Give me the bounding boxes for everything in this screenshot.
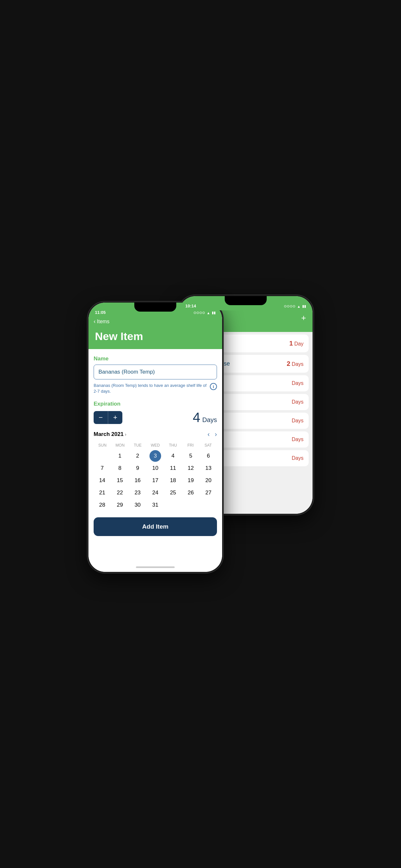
cal-day-16[interactable]: 16: [132, 475, 143, 486]
cal-day-2[interactable]: 2: [132, 450, 143, 462]
add-button-back[interactable]: +: [301, 313, 306, 323]
time-back: 10:14: [185, 304, 196, 308]
item-days: Days: [292, 418, 304, 424]
new-item-header: New Item: [89, 329, 222, 349]
expiration-row: − + 4 Days: [94, 410, 217, 425]
days-display: 4 Days: [193, 410, 217, 425]
cal-day-8[interactable]: 8: [114, 462, 126, 474]
cal-day-15[interactable]: 15: [114, 475, 126, 486]
notch-back: [225, 296, 267, 305]
calendar-header: March 2021 › ‹ ›: [94, 430, 217, 438]
cal-day-31[interactable]: 31: [150, 499, 161, 511]
back-label: Items: [97, 319, 110, 324]
calendar-nav: ‹ ›: [208, 430, 217, 438]
nav-bar: ‹ Items: [89, 317, 222, 329]
weekday-thu: THU: [164, 442, 182, 449]
cal-day-1[interactable]: 1: [114, 450, 126, 462]
calendar-days: 1 2 3 4 5 6 7 8 9 10 11: [94, 450, 217, 511]
cal-day-12[interactable]: 12: [185, 462, 197, 474]
wifi-front-icon: ▲: [207, 311, 210, 315]
month-title: March 2021 ›: [94, 431, 126, 438]
day-stepper: − +: [94, 411, 122, 424]
cal-day-22[interactable]: 22: [114, 487, 126, 499]
cal-day-18[interactable]: 18: [167, 475, 179, 486]
cal-day-10[interactable]: 10: [150, 462, 161, 474]
name-input[interactable]: [94, 365, 217, 379]
item-days: Days: [292, 437, 304, 442]
weekday-tue: TUE: [129, 442, 147, 449]
item-days: Days: [292, 455, 304, 461]
add-item-button[interactable]: Add Item: [94, 517, 217, 536]
hint-text: Bananas (Room Temp) tends to have an ave…: [94, 383, 207, 394]
cal-day-11[interactable]: 11: [167, 462, 179, 474]
cal-day-empty: [167, 499, 179, 511]
cal-day-28[interactable]: 28: [96, 499, 108, 511]
month-label: March 2021: [94, 431, 124, 438]
stepper-minus-button[interactable]: −: [94, 411, 108, 424]
form-area: Name Bananas (Room Temp) tends to have a…: [89, 349, 222, 562]
calendar-grid: SUN MON TUE WED THU FRI SAT: [94, 442, 217, 511]
battery-front-icon: ▮▮: [212, 311, 216, 315]
cal-day-29[interactable]: 29: [114, 499, 126, 511]
calendar-weekdays: SUN MON TUE WED THU FRI SAT: [94, 442, 217, 449]
time-front: 11:05: [95, 310, 105, 315]
cal-day-27[interactable]: 27: [203, 487, 214, 499]
back-chevron-icon: ‹: [94, 318, 96, 325]
cal-day-14[interactable]: 14: [96, 475, 108, 486]
cal-day-20[interactable]: 20: [203, 475, 214, 486]
cal-day-4[interactable]: 4: [167, 450, 179, 462]
cal-day-empty: [203, 499, 214, 511]
prev-month-button[interactable]: ‹: [208, 430, 210, 438]
home-indicator: [89, 562, 222, 572]
shelf-life-hint: Bananas (Room Temp) tends to have an ave…: [94, 383, 217, 394]
cal-day-30[interactable]: 30: [132, 499, 143, 511]
wifi-icon: ⊙⊙⊙⊙: [284, 304, 296, 308]
days-word: Days: [202, 416, 217, 424]
item-days: 2 Days: [287, 360, 304, 368]
signal-dots-icon: ⊙⊙⊙⊙: [193, 311, 205, 315]
cal-day-21[interactable]: 21: [96, 487, 108, 499]
cal-day-24[interactable]: 24: [150, 487, 161, 499]
stepper-plus-button[interactable]: +: [108, 411, 122, 424]
home-bar: [136, 566, 175, 568]
item-days: Days: [292, 380, 304, 386]
item-days: Days: [292, 399, 304, 405]
next-month-button[interactable]: ›: [215, 430, 217, 438]
expiration-label: Expiration: [94, 401, 217, 407]
item-days: 1 Day: [289, 340, 304, 347]
days-count: 4: [193, 410, 200, 425]
back-button[interactable]: ‹ Items: [94, 318, 110, 325]
cal-day-7[interactable]: 7: [96, 462, 108, 474]
wifi-signal-icon: ▲: [297, 305, 301, 308]
weekday-wed: WED: [147, 442, 164, 449]
weekday-fri: FRI: [182, 442, 199, 449]
battery-icon: ▮▮: [302, 304, 306, 308]
cal-day-empty: [185, 499, 197, 511]
name-label: Name: [94, 355, 217, 362]
cal-day-19[interactable]: 19: [185, 475, 197, 486]
month-expand-icon[interactable]: ›: [125, 432, 127, 437]
new-item-title: New Item: [95, 330, 216, 343]
cal-day-17[interactable]: 17: [150, 475, 161, 486]
status-icons-back: ⊙⊙⊙⊙ ▲ ▮▮: [284, 304, 306, 308]
weekday-mon: MON: [112, 442, 129, 449]
front-phone: 11:05 ⊙⊙⊙⊙ ▲ ▮▮ ‹ Items: [88, 302, 223, 573]
cal-day-13[interactable]: 13: [203, 462, 214, 474]
cal-day-25[interactable]: 25: [167, 487, 179, 499]
cal-day-5[interactable]: 5: [185, 450, 197, 462]
weekday-sat: SAT: [199, 442, 217, 449]
cal-day-empty: [96, 450, 108, 462]
cal-day-26[interactable]: 26: [185, 487, 197, 499]
notch-front: [134, 303, 176, 312]
weekday-sun: SUN: [94, 442, 112, 449]
info-icon[interactable]: i: [210, 383, 217, 390]
status-icons-front: ⊙⊙⊙⊙ ▲ ▮▮: [193, 311, 216, 315]
cal-day-3-today[interactable]: 3: [150, 450, 161, 462]
cal-day-23[interactable]: 23: [132, 487, 143, 499]
cal-day-9[interactable]: 9: [132, 462, 143, 474]
cal-day-6[interactable]: 6: [203, 450, 214, 462]
